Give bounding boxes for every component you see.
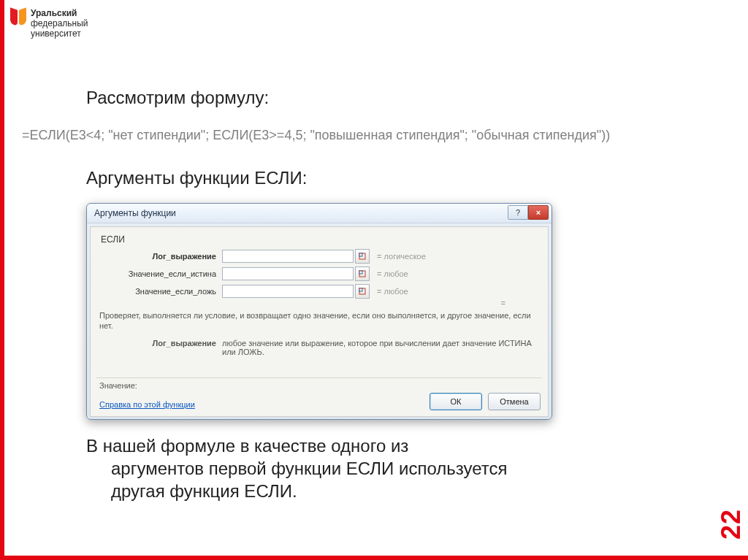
arg-eq-0: = логическое bbox=[377, 252, 426, 261]
logo-mark-icon bbox=[10, 9, 26, 34]
function-description: Проверяет, выполняется ли условие, и воз… bbox=[99, 310, 539, 331]
dialog-title: Аргументы функции bbox=[94, 208, 176, 218]
logo-text: Уральский федеральный университет bbox=[31, 9, 88, 39]
formula-text: =ЕСЛИ(E3<4; "нет стипендии"; ЕСЛИ(E3>=4,… bbox=[22, 128, 733, 143]
range-selector-button-1[interactable] bbox=[355, 266, 370, 281]
argument-desc-label: Лог_выражение bbox=[99, 339, 222, 356]
heading-consider-formula: Рассмотрим формулу: bbox=[86, 88, 269, 108]
logo-line2: федеральный bbox=[31, 18, 88, 28]
arg-row-1: Значение_если_истина = любое bbox=[99, 266, 539, 281]
dialog-body: ЕСЛИ Лог_выражение = логическое Значение… bbox=[90, 226, 549, 417]
arg-row-0: Лог_выражение = логическое bbox=[99, 249, 539, 264]
arg-label-0: Лог_выражение bbox=[99, 252, 222, 261]
argument-desc-text: любое значение или выражение, которое пр… bbox=[222, 339, 539, 356]
arg-eq-1: = любое bbox=[377, 269, 408, 278]
frame-bottom bbox=[0, 556, 748, 560]
heading-arguments: Аргументы функции ЕСЛИ: bbox=[86, 168, 308, 188]
explanation-paragraph: В нашей формуле в качестве одного из арг… bbox=[86, 434, 660, 503]
slide-number: 22 bbox=[716, 509, 747, 540]
arg-label-2: Значение_если_ложь bbox=[99, 287, 222, 296]
frame-left bbox=[0, 0, 4, 560]
cancel-button[interactable]: Отмена bbox=[488, 393, 541, 410]
university-logo: Уральский федеральный университет bbox=[10, 9, 88, 39]
function-name: ЕСЛИ bbox=[101, 234, 539, 245]
divider bbox=[96, 377, 542, 378]
arg-row-2: Значение_если_ложь = любое bbox=[99, 284, 539, 299]
result-label: Значение: bbox=[99, 381, 137, 390]
arg-input-2[interactable] bbox=[222, 285, 354, 298]
range-selector-icon bbox=[359, 253, 366, 260]
arg-input-0[interactable] bbox=[222, 250, 354, 263]
logo-line3: университет bbox=[31, 28, 81, 39]
help-button[interactable]: ? bbox=[508, 205, 528, 220]
range-selector-button-2[interactable] bbox=[355, 284, 370, 299]
function-help-link[interactable]: Справка по этой функции bbox=[99, 400, 195, 409]
logo-line1: Уральский bbox=[31, 8, 77, 18]
function-arguments-dialog: Аргументы функции ? × ЕСЛИ Лог_выражение… bbox=[86, 203, 552, 420]
arg-label-1: Значение_если_истина bbox=[99, 269, 222, 278]
ok-button[interactable]: ОК bbox=[430, 393, 482, 410]
arg-input-1[interactable] bbox=[222, 267, 354, 280]
result-eq-marker: = bbox=[501, 299, 505, 307]
dialog-titlebar[interactable]: Аргументы функции ? × bbox=[87, 204, 552, 223]
close-button[interactable]: × bbox=[528, 205, 549, 220]
argument-description: Лог_выражение любое значение или выражен… bbox=[99, 339, 539, 356]
para-line3: другая функция ЕСЛИ. bbox=[111, 480, 660, 502]
para-line1: В нашей формуле в качестве одного из bbox=[86, 436, 408, 456]
para-line2: аргументов первой функции ЕСЛИ используе… bbox=[111, 457, 660, 480]
arg-eq-2: = любое bbox=[377, 287, 408, 296]
range-selector-icon bbox=[359, 270, 366, 277]
range-selector-icon bbox=[359, 288, 366, 295]
range-selector-button-0[interactable] bbox=[355, 249, 370, 264]
